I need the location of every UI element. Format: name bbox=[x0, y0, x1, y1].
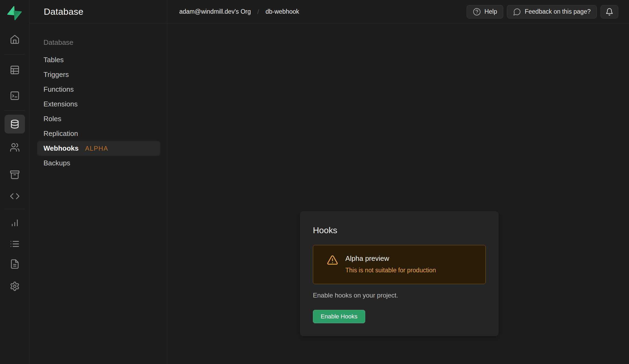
sidebar-item-label: Webhooks bbox=[43, 144, 79, 153]
nav-rail bbox=[0, 0, 30, 364]
hooks-card: Hooks Alpha preview This is not suitable… bbox=[300, 211, 499, 336]
feedback-button[interactable]: Feedback on this page? bbox=[507, 5, 597, 18]
enable-hooks-button[interactable]: Enable Hooks bbox=[313, 310, 365, 323]
api-docs-icon[interactable] bbox=[10, 259, 20, 269]
help-button-label: Help bbox=[484, 8, 497, 15]
sidebar-item-webhooks[interactable]: Webhooks ALPHA bbox=[37, 141, 160, 156]
database-nav: Database Tables Triggers Functions Exten… bbox=[30, 24, 167, 170]
nav-section-label: Database bbox=[30, 35, 167, 49]
notifications-button[interactable] bbox=[601, 5, 618, 18]
help-circle-icon bbox=[473, 8, 481, 16]
hooks-description: Enable hooks on your project. bbox=[313, 292, 486, 299]
database-icon bbox=[10, 119, 20, 129]
speech-bubble-icon bbox=[513, 8, 521, 16]
rail-divider bbox=[4, 54, 25, 54]
breadcrumb-project[interactable]: db-webhook bbox=[265, 8, 299, 15]
table-editor-icon[interactable] bbox=[10, 65, 20, 75]
nav-list: Tables Triggers Functions Extensions Rol… bbox=[30, 53, 167, 170]
home-icon[interactable] bbox=[10, 34, 20, 44]
sidebar-item-roles[interactable]: Roles bbox=[37, 112, 160, 126]
breadcrumb-org[interactable]: adam@windmill.dev's Org bbox=[179, 8, 251, 15]
supabase-logo-icon[interactable] bbox=[7, 6, 22, 20]
sql-editor-icon[interactable] bbox=[10, 91, 20, 101]
sidebar-item-extensions[interactable]: Extensions bbox=[37, 97, 160, 112]
rail-divider bbox=[4, 110, 25, 110]
warning-triangle-icon bbox=[327, 254, 338, 266]
sidebar-header: Database bbox=[30, 0, 167, 24]
hooks-card-title: Hooks bbox=[313, 225, 486, 235]
feedback-button-label: Feedback on this page? bbox=[525, 8, 591, 15]
breadcrumb-separator: / bbox=[257, 8, 259, 16]
database-sidebar: Database Database Tables Triggers Functi… bbox=[30, 0, 167, 364]
sidebar-item-tables[interactable]: Tables bbox=[37, 53, 160, 67]
help-button[interactable]: Help bbox=[467, 5, 503, 18]
alpha-preview-alert: Alpha preview This is not suitable for p… bbox=[313, 245, 486, 284]
alert-description: This is not suitable for production bbox=[345, 266, 436, 274]
alpha-badge: ALPHA bbox=[85, 145, 108, 152]
rail-divider bbox=[4, 209, 25, 209]
sidebar-item-functions[interactable]: Functions bbox=[37, 82, 160, 97]
reports-icon[interactable] bbox=[10, 217, 20, 228]
sidebar-item-triggers[interactable]: Triggers bbox=[37, 67, 160, 82]
settings-gear-icon[interactable] bbox=[10, 281, 20, 291]
topbar: adam@windmill.dev's Org / db-webhook Hel… bbox=[167, 0, 629, 24]
logs-icon[interactable] bbox=[10, 239, 20, 249]
auth-users-icon[interactable] bbox=[10, 142, 20, 153]
storage-icon[interactable] bbox=[10, 170, 20, 180]
edge-functions-icon[interactable] bbox=[10, 191, 20, 201]
database-nav-selected[interactable] bbox=[5, 115, 25, 133]
alert-text-block: Alpha preview This is not suitable for p… bbox=[345, 254, 436, 274]
sidebar-item-backups[interactable]: Backups bbox=[37, 156, 160, 170]
alert-title: Alpha preview bbox=[345, 254, 436, 263]
page-title: Database bbox=[44, 6, 83, 17]
bell-icon bbox=[605, 8, 613, 16]
sidebar-item-replication[interactable]: Replication bbox=[37, 126, 160, 141]
